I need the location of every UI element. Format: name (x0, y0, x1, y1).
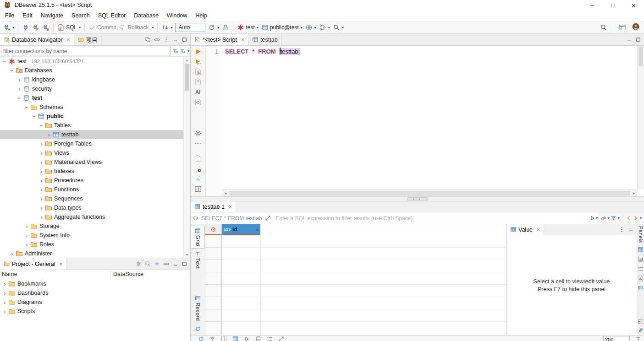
explain-plan-icon[interactable] (194, 78, 202, 86)
expander-icon[interactable] (24, 232, 30, 239)
tree-item[interactable]: Roles (0, 240, 183, 249)
expander-icon[interactable] (24, 241, 30, 248)
menu-sql-editor[interactable]: SQL Editor (94, 11, 130, 20)
connect-button[interactable] (21, 22, 31, 32)
tree-item[interactable]: security (0, 84, 183, 93)
aggregate-panel-icon[interactable] (638, 276, 644, 281)
calc-panel-icon[interactable] (638, 256, 644, 262)
expander-icon[interactable] (2, 281, 8, 287)
menu-help[interactable]: Help (191, 11, 211, 20)
expander-icon[interactable] (2, 308, 8, 315)
ai-assistant-icon[interactable]: AI (194, 88, 202, 96)
tree-item[interactable]: Tables (0, 121, 183, 130)
expander-icon[interactable] (39, 168, 44, 175)
link-editor-icon[interactable] (154, 37, 160, 43)
open-filter-panel-icon[interactable] (265, 215, 271, 221)
editor-horizontal-scrollbar[interactable] (222, 189, 637, 196)
close-window-button[interactable] (623, 0, 644, 10)
navigator-scrollbar[interactable] (183, 57, 190, 258)
error-log-icon[interactable] (194, 165, 202, 173)
column-header-datasource[interactable]: DataSource (110, 271, 143, 279)
clear-filter-icon[interactable] (600, 215, 606, 221)
commit-mode-combo[interactable]: Auto (175, 23, 205, 32)
status-refresh-icon[interactable] (198, 336, 204, 341)
menu-search[interactable]: Search (67, 11, 94, 20)
settings-gear-icon[interactable] (136, 261, 142, 267)
result-grid[interactable]: 123 id (205, 224, 506, 335)
sql-code-area[interactable]: SELECT*FROMtesttab; (222, 46, 644, 196)
refresh-button[interactable] (207, 22, 220, 32)
readonly-toggle-button[interactable] (220, 22, 231, 32)
grid-body[interactable] (222, 235, 506, 335)
menu-file[interactable]: File (1, 11, 18, 20)
status-calc-icon[interactable] (255, 336, 261, 341)
editor-vertical-scrollbar[interactable] (637, 46, 644, 189)
splitter-handle[interactable] (407, 197, 428, 201)
expander-icon[interactable] (17, 76, 22, 83)
expander-icon[interactable] (9, 68, 16, 74)
collapse-all-icon[interactable] (145, 37, 151, 43)
expander-icon[interactable] (39, 205, 44, 211)
tree-item[interactable]: testtab (0, 130, 183, 139)
editor-settings-icon[interactable] (194, 130, 202, 137)
menu-window[interactable]: Window (163, 11, 191, 20)
minimize-view-icon[interactable] (172, 261, 178, 267)
tree-item[interactable]: Databases (0, 66, 183, 75)
status-grid-icon[interactable] (232, 336, 238, 341)
references-panel-icon[interactable] (638, 285, 644, 291)
close-icon[interactable] (59, 261, 62, 267)
disconnect-button[interactable] (41, 22, 51, 32)
tree-item[interactable]: Foreign Tables (0, 139, 183, 148)
transaction-dropdown-button[interactable] (150, 24, 155, 31)
grid-corner-cell[interactable] (205, 224, 222, 235)
project-item[interactable]: Diagrams (0, 298, 190, 307)
tab-project-general[interactable]: Project - General (0, 258, 67, 270)
horizontal-splitter[interactable] (191, 197, 644, 201)
maximize-view-icon[interactable] (182, 37, 187, 43)
tab-sql-script[interactable]: S *<test> Script (191, 34, 248, 45)
mode-tab-text[interactable]: Text (191, 249, 205, 271)
close-icon[interactable] (66, 37, 70, 43)
menu-edit[interactable]: Edit (18, 11, 37, 20)
minimize-panel-icon[interactable] (628, 227, 634, 233)
panel-menu-icon[interactable] (619, 227, 625, 233)
apply-filter-icon[interactable] (589, 215, 595, 221)
status-text-icon[interactable] (635, 336, 641, 341)
view-menu-icon[interactable] (163, 37, 169, 43)
edit-connection-button[interactable] (31, 22, 41, 32)
menu-navigate[interactable]: Navigate (37, 11, 67, 20)
expander-icon[interactable] (31, 114, 38, 119)
expander-icon[interactable] (46, 131, 52, 138)
menu-database[interactable]: Database (130, 11, 163, 20)
connection-filter-input[interactable] (1, 47, 171, 55)
value-viewer-panel-icon[interactable] (638, 247, 644, 253)
tree-item[interactable]: Aggregate functions (0, 212, 183, 222)
expander-icon[interactable] (17, 86, 22, 92)
tab-projects[interactable]: 项目 (74, 34, 102, 45)
close-icon[interactable] (537, 227, 540, 233)
perspective-button[interactable] (617, 22, 627, 32)
nav-back-icon[interactable] (626, 215, 632, 221)
output-icon[interactable] (194, 155, 202, 162)
project-item[interactable]: Scripts (0, 307, 190, 316)
tree-item[interactable]: Functions (0, 185, 183, 194)
user-avatar[interactable] (632, 23, 641, 32)
tree-item[interactable]: Storage (0, 222, 183, 231)
expander-icon[interactable] (39, 150, 44, 157)
tree-item[interactable]: System Info (0, 231, 183, 240)
quick-search-button[interactable] (599, 22, 609, 32)
tree-item[interactable]: Sequences (0, 194, 183, 203)
expander-icon[interactable] (24, 223, 30, 230)
status-fetch-icon[interactable] (244, 336, 250, 341)
status-layout-icon[interactable] (221, 336, 227, 341)
commit-button[interactable]: Commit (87, 22, 117, 32)
pin-panel-icon[interactable] (638, 327, 644, 333)
add-item-icon[interactable] (154, 261, 160, 267)
tab-value[interactable]: Value (506, 224, 544, 235)
rollback-button[interactable]: Rollback (117, 22, 150, 32)
layout-panel-icon[interactable] (638, 319, 644, 325)
tree-item[interactable]: kingbase (0, 75, 183, 84)
expander-icon[interactable] (38, 123, 45, 129)
project-item[interactable]: Bookmarks (0, 279, 190, 288)
execute-new-tab-icon[interactable] (194, 58, 202, 65)
